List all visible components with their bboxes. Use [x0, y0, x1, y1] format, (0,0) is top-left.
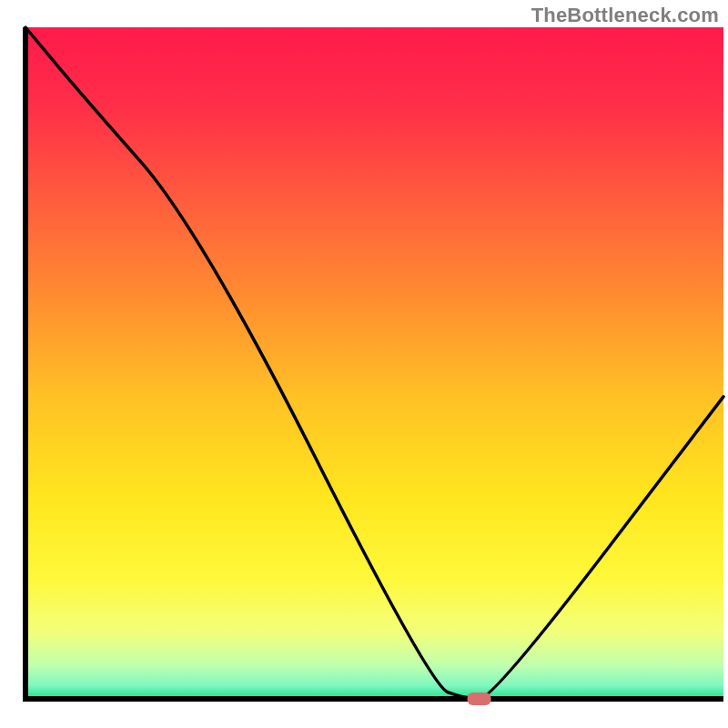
- plot-background: [25, 27, 723, 699]
- plot-area: [25, 27, 723, 705]
- attribution-text: TheBottleneck.com: [531, 4, 719, 27]
- bottleneck-chart: [0, 0, 728, 728]
- chart-container: TheBottleneck.com: [0, 0, 728, 728]
- optimal-point-marker: [468, 693, 491, 705]
